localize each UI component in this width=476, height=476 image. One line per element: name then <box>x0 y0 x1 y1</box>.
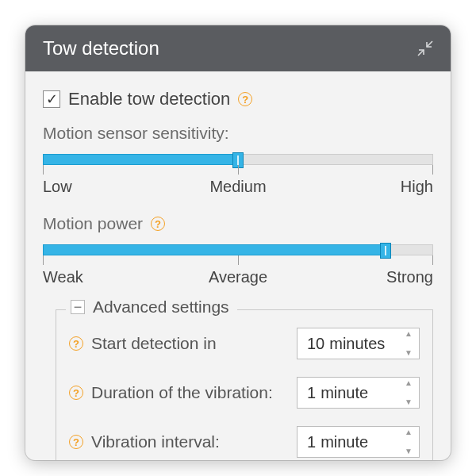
svg-line-1 <box>418 50 424 56</box>
help-icon[interactable]: ? <box>69 386 83 400</box>
duration-stepper[interactable]: 1 minute ▲▼ <box>297 377 420 409</box>
sensitivity-label: Motion sensor sensitivity: <box>43 121 433 143</box>
adv-label: Start detection in <box>91 334 217 353</box>
enable-checkbox[interactable]: ✓ <box>43 90 60 108</box>
tow-detection-panel: Tow detection ✓ Enable tow detection ? M… <box>25 25 451 460</box>
advanced-legend[interactable]: − Advanced settings <box>66 298 237 317</box>
adv-row-duration: ? Duration of the vibration: 1 minute ▲▼ <box>69 359 420 409</box>
adv-row-start: ? Start detection in 10 minutes ▲▼ <box>69 310 420 359</box>
minus-icon[interactable]: − <box>71 300 85 314</box>
start-detection-stepper[interactable]: 10 minutes ▲▼ <box>297 328 420 359</box>
sensitivity-ticks <box>43 165 433 176</box>
power-ticks <box>43 255 433 267</box>
sensitivity-scale-labels: Low Medium High <box>43 178 433 198</box>
help-icon[interactable]: ? <box>69 435 83 449</box>
sensitivity-fill <box>43 154 237 165</box>
power-scale-labels: Weak Average Strong <box>43 268 433 289</box>
stepper-arrows[interactable]: ▲▼ <box>401 379 416 406</box>
adv-row-interval: ? Vibration interval: 1 minute ▲▼ <box>69 409 420 458</box>
power-fill <box>43 244 385 255</box>
power-label-row: Motion power ? <box>43 200 433 233</box>
advanced-fieldset: − Advanced settings ? Start detection in… <box>56 309 433 460</box>
help-icon[interactable]: ? <box>151 217 165 231</box>
stepper-arrows[interactable]: ▲▼ <box>401 428 416 455</box>
interval-stepper[interactable]: 1 minute ▲▼ <box>297 426 420 458</box>
collapse-icon[interactable] <box>417 40 433 56</box>
sensitivity-slider[interactable] <box>43 154 433 165</box>
adv-label: Duration of the vibration: <box>91 383 273 402</box>
panel-title: Tow detection <box>43 37 159 60</box>
panel-titlebar: Tow detection <box>25 25 451 71</box>
help-icon[interactable]: ? <box>69 336 83 351</box>
stepper-arrows[interactable]: ▲▼ <box>401 330 416 357</box>
adv-label: Vibration interval: <box>91 432 220 451</box>
help-icon[interactable]: ? <box>238 92 252 106</box>
enable-row: ✓ Enable tow detection ? <box>43 78 433 121</box>
power-label: Motion power <box>43 214 143 233</box>
svg-line-0 <box>427 41 432 47</box>
enable-label: Enable tow detection <box>68 89 230 109</box>
power-slider[interactable] <box>43 244 433 255</box>
